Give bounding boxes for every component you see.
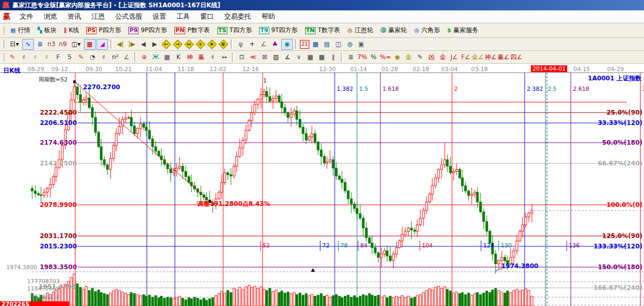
nav-icon-16[interactable]: + [195,39,205,49]
draw-icon-27[interactable]: ▦ [305,52,316,62]
nav-icon-11[interactable]: ◀ [138,39,148,49]
toolbar-button-江恩轮[interactable]: ◎江恩轮 [344,25,377,36]
nav-icon-3[interactable]: n3 [46,39,57,49]
toolbar-button-P数字表[interactable]: PNP数字表 [171,25,214,36]
menu-item-0[interactable]: 文件 [15,12,38,21]
draw-icon-25[interactable]: ∡ [282,52,293,62]
draw-icon-42[interactable]: 金∠ [472,52,484,62]
draw-icon-1[interactable]: ♯ [19,52,29,62]
draw-icon-29[interactable]: ∥ [328,52,338,62]
nav-icon-1[interactable]: ∿ [22,39,34,50]
draw-icon-31[interactable]: ≣ [346,52,356,62]
draw-icon-39[interactable]: 金 [437,52,448,62]
nav-icon-5[interactable]: ◫▾ [69,39,83,49]
nav-icon-30[interactable]: ◍ [345,39,355,49]
toolbar-button-K线[interactable]: ∥K线 [60,25,83,36]
draw-icon-23[interactable]: ⊠ [259,52,270,62]
nav-icon-26[interactable]: 21 [300,40,309,49]
nav-icon-24[interactable]: ◉ [281,39,293,50]
nav-icon-2[interactable]: ≣ [35,39,45,49]
draw-icon-38[interactable]: 凶 [426,52,436,62]
draw-icon-8[interactable]: ♯ [99,52,109,62]
toolbar-button-板块[interactable]: ▚板块 [34,25,60,36]
nav-icon-28[interactable]: ▤ [322,39,332,49]
nav-icon-13[interactable]: ← [161,39,171,49]
nav-icon-12[interactable]: ▶ [149,39,160,49]
draw-icon-41[interactable]: F∠ [460,52,471,62]
draw-icon-10[interactable]: ∠ [121,52,132,62]
nav-icon-22[interactable]: ∠ [258,39,269,49]
toolbar-button-赢家轮[interactable]: Ⓑ赢家轮 [377,25,410,36]
menu-item-3[interactable]: 江恩 [86,12,110,21]
draw-icon-37[interactable]: ✎ [415,52,425,62]
toolbar-grip[interactable] [2,40,4,48]
draw-icon-34[interactable]: %= [380,52,391,62]
nav-icon-0[interactable]: 日▾ [7,39,21,49]
draw-icon-16[interactable]: 神 [185,52,195,62]
nav-icon-6[interactable]: ▩ [84,39,95,50]
nav-icon-20[interactable]: ψ [236,39,246,49]
nav-icon-7[interactable]: ◢ [97,39,108,50]
draw-icon-19[interactable]: ↔ [219,52,229,62]
draw-icon-32[interactable]: 7% [357,52,367,62]
toolbar-button-六角形[interactable]: ◎六角形 [410,25,444,36]
draw-icon-40[interactable]: J∠ [449,52,459,62]
kline-canvas[interactable] [0,65,644,306]
draw-icon-33[interactable]: % [368,52,379,62]
draw-icon-7[interactable]: ◔ [87,52,98,62]
toolbar-button-赢家服务[interactable]: $赢家服务 [444,25,482,36]
nav-icon-27[interactable]: ▦ [310,39,321,49]
menu-item-5[interactable]: 设置 [147,12,171,21]
draw-icon-36[interactable]: 金 [403,52,414,62]
menu-item-8[interactable]: 交易委托 [219,12,256,21]
draw-icon-24[interactable]: ▨ [271,52,281,62]
draw-icon-22[interactable]: ≪ [248,52,258,62]
toolbar-button-9T四方形[interactable]: T99T四方形 [255,25,301,36]
toolbar-button-T四方形[interactable]: TST四方形 [214,25,256,36]
menu-item-2[interactable]: 资讯 [62,12,86,21]
draw-icon-44[interactable]: 赢∠ [498,52,510,62]
nav-icon-15[interactable]: ↔ [184,39,194,49]
nav-icon-29[interactable]: ◫ [333,39,344,49]
draw-icon-21[interactable]: ⊡ [237,52,247,62]
draw-icon-13[interactable]: Ж [150,52,161,62]
toolbar-button-P四方形[interactable]: PSP四方形 [83,25,125,36]
draw-icon-2[interactable]: ♯ [30,52,40,62]
draw-icon-9[interactable]: n² [110,52,120,62]
draw-icon-14[interactable]: ▦ [162,52,172,62]
nav-icon-31[interactable]: ▣ [356,39,366,49]
cycle-count-label: 52 [263,243,270,248]
draw-icon-15[interactable]: K [173,52,184,62]
draw-icon-5[interactable]: 5 [64,52,75,62]
nav-icon-18[interactable]: ⊕ [218,39,228,49]
nav-icon-21[interactable]: + [247,39,257,49]
toolbar-button-T数字表[interactable]: TNT数字表 [302,25,344,36]
draw-icon-18[interactable]: ♯ [208,52,218,62]
nav-icon-10[interactable]: |▶ [127,39,137,49]
draw-icon-43[interactable]: 神∠ [485,52,497,62]
menu-item-9[interactable]: 帮助 [256,12,280,21]
draw-icon-28[interactable]: ▦ [317,52,327,62]
draw-icon-0[interactable]: ✎ [7,52,18,62]
draw-icon-45[interactable]: 四∠ [511,52,523,62]
draw-icon-4[interactable]: F [53,52,63,62]
menu-item-7[interactable]: 窗口 [195,12,219,21]
nav-icon-4[interactable]: n9 [58,39,68,49]
toolbar-button-行情[interactable]: ▦行情 [7,25,34,36]
draw-icon-17[interactable]: 赢 [196,52,207,62]
draw-icon-3[interactable]: ♯ [42,52,52,62]
toolbar-grip[interactable] [2,26,4,35]
nav-icon-17[interactable]: ∗ [207,39,217,49]
nav-icon-9[interactable]: ◀| [115,39,126,49]
nav-icon-14[interactable]: → [172,39,183,49]
draw-icon-12[interactable]: ⊕ [139,52,149,62]
menu-item-6[interactable]: 工具 [171,12,195,21]
menu-item-4[interactable]: 公式选股 [110,12,147,21]
draw-icon-26[interactable]: ∨ [294,52,304,62]
draw-icon-35[interactable]: ◉ [392,52,402,62]
toolbar-grip[interactable] [2,53,4,61]
menu-item-1[interactable]: 浏览 [38,12,62,21]
nav-icon-23[interactable]: ♣ [270,39,280,49]
draw-icon-6[interactable]: ✎ [76,52,86,62]
toolbar-button-9P四方形[interactable]: P99P四方形 [125,25,171,36]
